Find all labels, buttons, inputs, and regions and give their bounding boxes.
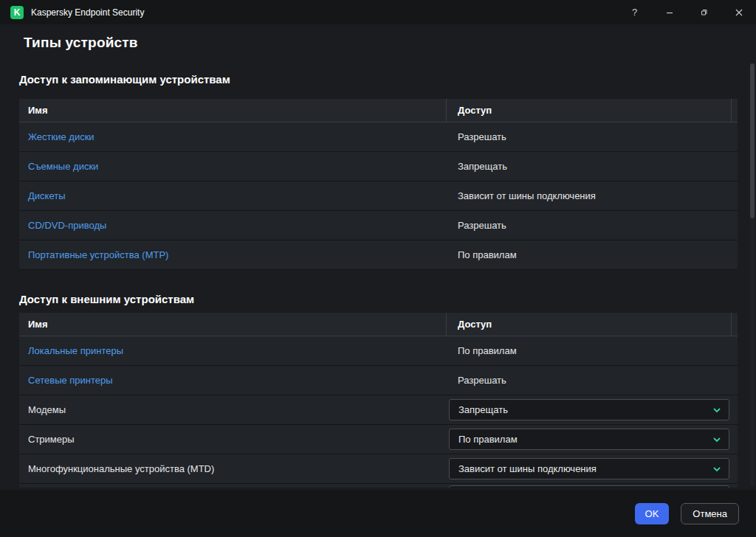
scrollbar-thumb[interactable] bbox=[750, 63, 755, 218]
main-content: Типы устройств Доступ к запоминающим уст… bbox=[0, 24, 756, 490]
column-header-name: Имя bbox=[19, 313, 447, 336]
window-controls: ? bbox=[617, 0, 756, 24]
table-row: Модемы Запрещать bbox=[19, 395, 738, 425]
table-row: Съемные диски Запрещать bbox=[19, 152, 738, 181]
titlebar: K Kaspersky Endpoint Security ? bbox=[0, 0, 756, 24]
table-row: Сетевые принтеры Разрешать bbox=[19, 366, 738, 395]
section-external-devices: Доступ к внешним устройствам Имя Доступ … bbox=[0, 293, 756, 488]
help-button[interactable]: ? bbox=[617, 0, 652, 24]
access-value: По правилам bbox=[458, 345, 517, 356]
table-row: Жесткие диски Разрешать bbox=[19, 122, 738, 152]
access-value: Разрешать bbox=[458, 220, 506, 231]
kaspersky-logo-icon: K bbox=[10, 6, 24, 19]
device-type-label: Многофункциональные устройства (MTD) bbox=[28, 463, 214, 474]
footer-bar: OK Отмена bbox=[0, 490, 756, 537]
column-header-access: Доступ bbox=[447, 313, 731, 336]
device-type-label: Стримеры bbox=[28, 434, 75, 445]
device-type-link[interactable]: Съемные диски bbox=[28, 161, 98, 172]
section-storage-devices: Доступ к запоминающим устройствам Имя До… bbox=[0, 73, 756, 270]
table-row-partial bbox=[19, 484, 738, 488]
table-row: Дискеты Зависит от шины подключения bbox=[19, 181, 738, 211]
storage-devices-table: Имя Доступ Жесткие диски Разрешать Съемн… bbox=[19, 99, 738, 270]
maximize-restore-icon bbox=[700, 8, 708, 16]
device-type-link[interactable]: Портативные устройства (MTP) bbox=[28, 249, 168, 260]
access-dropdown[interactable] bbox=[449, 485, 729, 488]
access-value: По правилам bbox=[458, 249, 517, 260]
scrollbar[interactable] bbox=[750, 63, 755, 487]
access-value: Запрещать bbox=[458, 161, 507, 172]
minimize-button[interactable] bbox=[652, 0, 687, 24]
device-type-link[interactable]: Жесткие диски bbox=[28, 131, 94, 142]
access-dropdown[interactable]: Запрещать bbox=[449, 399, 729, 420]
window-title: Kaspersky Endpoint Security bbox=[31, 7, 144, 18]
page-title: Типы устройств bbox=[24, 35, 756, 51]
table-row: Локальные принтеры По правилам bbox=[19, 336, 738, 366]
close-button[interactable] bbox=[721, 0, 756, 24]
table-row: CD/DVD-приводы Разрешать bbox=[19, 211, 738, 240]
device-type-link[interactable]: Локальные принтеры bbox=[28, 345, 123, 356]
maximize-restore-button[interactable] bbox=[687, 0, 721, 24]
access-dropdown[interactable]: Зависит от шины подключения bbox=[449, 458, 729, 479]
device-type-link[interactable]: CD/DVD-приводы bbox=[28, 220, 106, 231]
chevron-down-icon bbox=[712, 407, 721, 413]
column-header-name: Имя bbox=[19, 99, 447, 122]
selected-option: По правилам bbox=[458, 434, 518, 445]
table-gutter bbox=[731, 99, 738, 122]
access-value: Разрешать bbox=[458, 375, 506, 386]
ok-button[interactable]: OK bbox=[635, 503, 670, 524]
access-value: Разрешать bbox=[458, 131, 506, 142]
selected-option: Запрещать bbox=[458, 404, 508, 415]
table-row: Многофункциональные устройства (MTD) Зав… bbox=[19, 454, 738, 484]
table-header: Имя Доступ bbox=[19, 313, 738, 336]
column-header-access: Доступ bbox=[447, 99, 731, 122]
chevron-down-icon bbox=[712, 466, 721, 472]
table-row: Стримеры По правилам bbox=[19, 425, 738, 454]
external-devices-table: Имя Доступ Локальные принтеры По правила… bbox=[19, 313, 738, 488]
device-type-link[interactable]: Сетевые принтеры bbox=[28, 375, 113, 386]
minimize-icon bbox=[666, 9, 673, 16]
table-header: Имя Доступ bbox=[19, 99, 738, 122]
device-type-link[interactable]: Дискеты bbox=[28, 190, 66, 201]
access-value: Зависит от шины подключения bbox=[458, 190, 596, 201]
selected-option: Зависит от шины подключения bbox=[458, 463, 597, 474]
device-type-label: Модемы bbox=[28, 404, 66, 415]
cancel-button[interactable]: Отмена bbox=[681, 503, 739, 524]
table-row: Портативные устройства (MTP) По правилам bbox=[19, 240, 738, 270]
table-gutter bbox=[731, 313, 738, 336]
access-dropdown[interactable]: По правилам bbox=[449, 429, 729, 450]
section-heading-external: Доступ к внешним устройствам bbox=[19, 293, 756, 305]
help-icon: ? bbox=[632, 7, 637, 18]
section-heading-storage: Доступ к запоминающим устройствам bbox=[19, 73, 756, 86]
chevron-down-icon bbox=[712, 437, 721, 443]
close-icon bbox=[735, 9, 743, 16]
